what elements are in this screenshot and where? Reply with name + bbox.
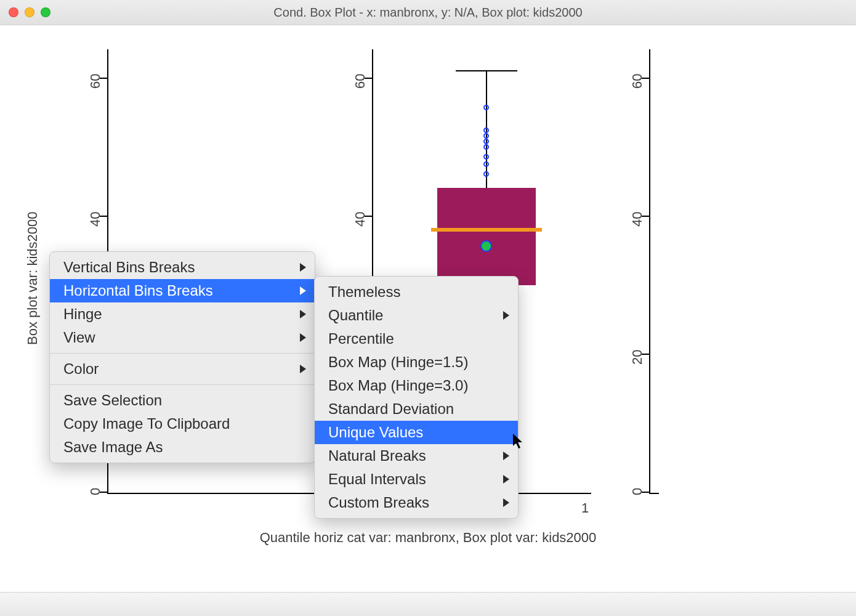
context-menu[interactable]: Vertical Bins Breaks Horizontal Bins Bre… <box>49 251 315 463</box>
x-axis-caption: Quantile horiz cat var: manbronx, Box pl… <box>0 530 856 546</box>
outlier <box>483 154 489 160</box>
submenu-quantile[interactable]: Quantile <box>315 304 518 327</box>
menu-hinge[interactable]: Hinge <box>50 302 315 326</box>
y-tick-label: 60 <box>87 74 103 89</box>
submenu-percentile[interactable]: Percentile <box>315 327 518 351</box>
menu-separator <box>50 384 315 385</box>
submenu-boxmap15[interactable]: Box Map (Hinge=1.5) <box>315 351 518 374</box>
close-icon[interactable] <box>9 7 18 17</box>
y-tick-label: 0 <box>629 488 645 495</box>
window-title: Cond. Box Plot - x: manbronx, y: N/A, Bo… <box>0 6 856 20</box>
zoom-icon[interactable] <box>41 7 50 17</box>
x-category-label: 1 <box>579 500 591 516</box>
y-tick-label: 40 <box>352 212 368 227</box>
y-tick-label: 60 <box>352 74 368 89</box>
mean-dot <box>480 240 492 252</box>
y-axis-line <box>649 49 650 493</box>
submenu-equal-intervals[interactable]: Equal Intervals <box>315 468 518 491</box>
median-line <box>431 228 542 232</box>
outlier <box>483 144 489 150</box>
menu-view[interactable]: View <box>50 326 315 349</box>
y-tick-label: 20 <box>629 350 645 365</box>
status-bar <box>0 592 856 616</box>
window-controls <box>9 7 50 17</box>
menu-save-image-as[interactable]: Save Image As <box>50 436 315 459</box>
submenu-custom-breaks[interactable]: Custom Breaks <box>315 491 518 514</box>
y-tick-label: 40 <box>629 212 645 227</box>
outlier <box>483 139 489 144</box>
titlebar: Cond. Box Plot - x: manbronx, y: N/A, Bo… <box>0 0 856 25</box>
outlier <box>483 128 489 133</box>
menu-copy-image[interactable]: Copy Image To Clipboard <box>50 412 315 436</box>
menu-horizontal-bins[interactable]: Horizontal Bins Breaks <box>50 279 315 302</box>
x-axis-line <box>107 493 326 494</box>
submenu-themeless[interactable]: Themeless <box>315 280 518 304</box>
x-axis-line <box>649 493 659 494</box>
menu-vertical-bins[interactable]: Vertical Bins Breaks <box>50 256 315 279</box>
outlier <box>483 105 489 110</box>
minimize-icon[interactable] <box>25 7 34 17</box>
panel-right-axis: 0 20 40 60 <box>610 49 671 505</box>
y-tick-label: 40 <box>87 212 103 227</box>
y-axis-label: Box plot var: kids2000 <box>25 212 41 345</box>
submenu-boxmap30[interactable]: Box Map (Hinge=3.0) <box>315 374 518 397</box>
outlier <box>483 161 489 167</box>
y-tick-label: 60 <box>629 74 645 89</box>
context-submenu-horizontal-bins[interactable]: Themeless Quantile Percentile Box Map (H… <box>314 276 519 519</box>
outlier <box>483 171 489 177</box>
menu-separator <box>50 353 315 354</box>
menu-color[interactable]: Color <box>50 357 315 381</box>
outlier <box>483 133 489 139</box>
submenu-natural-breaks[interactable]: Natural Breaks <box>315 444 518 468</box>
submenu-unique-values[interactable]: Unique Values <box>315 421 518 444</box>
box-rect <box>437 188 536 285</box>
y-tick-label: 0 <box>87 488 103 495</box>
submenu-stddev[interactable]: Standard Deviation <box>315 397 518 421</box>
whisker-cap-top <box>456 70 517 71</box>
menu-save-selection[interactable]: Save Selection <box>50 389 315 412</box>
